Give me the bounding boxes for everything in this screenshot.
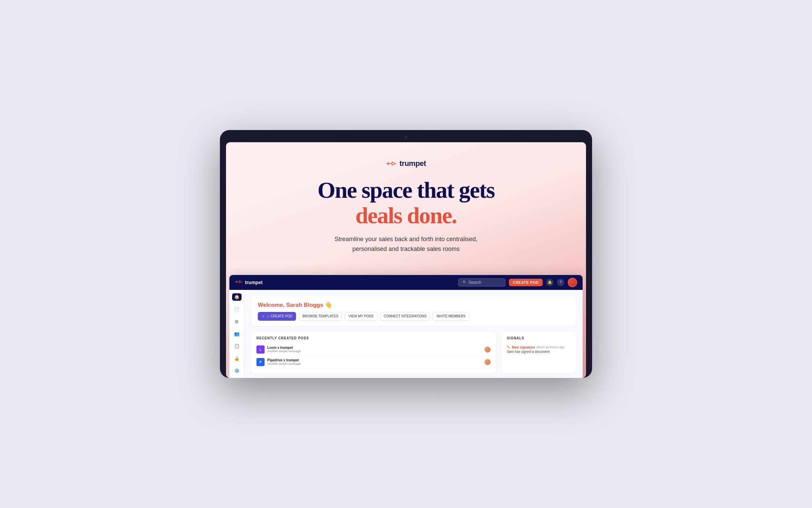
app-body: 🏠 📄 ⊞ 👥 📋 🔒 ⚙️ Welcome, Sarah Bloggs 👋 bbox=[229, 290, 583, 378]
sidebar-item-home[interactable]: 🏠 bbox=[232, 293, 242, 301]
app-sidebar: 🏠 📄 ⊞ 👥 📋 🔒 ⚙️ bbox=[229, 290, 244, 378]
trumpet-logo-icon bbox=[386, 160, 397, 167]
create-pod-action-button[interactable]: ＋ ＋ CREATE POD bbox=[258, 312, 296, 321]
connect-integrations-button[interactable]: CONNECT INTEGRATIONS bbox=[380, 312, 430, 321]
action-buttons: ＋ ＋ CREATE POD BROWSE TEMPLATES VIEW MY … bbox=[258, 312, 569, 321]
app-main-content: Welcome, Sarah Bloggs 👋 ＋ ＋ CREATE POD B… bbox=[244, 290, 583, 378]
search-input[interactable]: Search bbox=[469, 280, 481, 285]
app-mockup: trumpet 🔍 Search CREATE POD 🔔 ? � bbox=[229, 275, 583, 378]
hero-logo-text: trumpet bbox=[400, 159, 426, 168]
laptop-screen: trumpet One space that gets deals done. … bbox=[226, 142, 586, 378]
pod-message: Another simple message bbox=[267, 362, 482, 365]
sidebar-item-settings[interactable]: ⚙️ bbox=[232, 367, 242, 374]
pod-info-loom: Loom x trumpet Another simple message bbox=[267, 346, 482, 353]
hero-title-line1: One space that gets bbox=[240, 177, 572, 203]
hero-title-line2: deals done. bbox=[240, 203, 572, 228]
user-avatar[interactable] bbox=[568, 278, 577, 287]
signals-section: SIGNALS ✏️ New signature about 12 hours … bbox=[501, 332, 576, 373]
signal-description: Sam has signed a document bbox=[507, 350, 570, 354]
view-my-pods-button[interactable]: VIEW MY PODS bbox=[345, 312, 377, 321]
nav-right: 🔍 Search CREATE POD 🔔 ? bbox=[458, 278, 577, 287]
pod-info-pipe: Pipedrive x trumpet Another simple messa… bbox=[267, 358, 482, 365]
pen-icon: ✏️ bbox=[507, 345, 511, 349]
nav-logo: trumpet bbox=[235, 279, 263, 285]
pod-avatar bbox=[484, 359, 491, 365]
welcome-section: Welcome, Sarah Bloggs 👋 ＋ ＋ CREATE POD B… bbox=[251, 296, 576, 326]
pods-section-title: RECENTLY CREATED PODS bbox=[256, 336, 491, 340]
signals-section-title: SIGNALS bbox=[507, 336, 570, 340]
sidebar-item-docs[interactable]: 📄 bbox=[232, 305, 242, 313]
hero-section: trumpet One space that gets deals done. … bbox=[226, 142, 586, 275]
pod-icon-loom: L bbox=[256, 345, 265, 354]
bottom-section: RECENTLY CREATED PODS L Loom x trumpet A… bbox=[251, 332, 576, 373]
sidebar-item-grid[interactable]: ⊞ bbox=[232, 318, 242, 325]
pod-name: Loom x trumpet bbox=[267, 346, 482, 350]
table-row: P Pipedrive x trumpet Another simple mes… bbox=[256, 356, 491, 368]
sidebar-item-team[interactable]: 👥 bbox=[232, 330, 242, 337]
sidebar-item-lock[interactable]: 🔒 bbox=[232, 355, 242, 362]
plus-icon: ＋ bbox=[262, 314, 265, 319]
help-icon[interactable]: ? bbox=[557, 279, 564, 286]
notifications-icon[interactable]: 🔔 bbox=[546, 279, 554, 286]
app-navbar: trumpet 🔍 Search CREATE POD 🔔 ? bbox=[229, 275, 583, 290]
laptop-camera bbox=[405, 136, 407, 139]
pod-name: Pipedrive x trumpet bbox=[267, 358, 482, 362]
table-row: L Loom x trumpet Another simple message bbox=[256, 343, 491, 356]
pod-avatar bbox=[484, 346, 491, 353]
create-pod-button[interactable]: CREATE POD bbox=[509, 279, 543, 286]
nav-logo-text: trumpet bbox=[245, 280, 263, 285]
logo-area: trumpet bbox=[240, 159, 572, 168]
pods-section: RECENTLY CREATED PODS L Loom x trumpet A… bbox=[251, 332, 496, 373]
invite-members-button[interactable]: INVITE MEMBERS bbox=[433, 312, 469, 321]
search-box[interactable]: 🔍 Search bbox=[458, 278, 505, 287]
signal-label: ✏️ New signature about 12 hours ago bbox=[507, 345, 570, 349]
browse-templates-button[interactable]: BROWSE TEMPLATES bbox=[299, 312, 342, 321]
pod-message: Another simple message bbox=[267, 350, 482, 353]
sidebar-item-tasks[interactable]: 📋 bbox=[232, 342, 242, 350]
search-icon: 🔍 bbox=[463, 280, 467, 284]
nav-logo-icon bbox=[235, 279, 243, 285]
signal-time: about 12 hours ago bbox=[536, 345, 564, 349]
laptop-frame: trumpet One space that gets deals done. … bbox=[220, 130, 592, 378]
welcome-title: Welcome, Sarah Bloggs 👋 bbox=[258, 301, 569, 309]
hero-subtitle: Streamline your sales back and forth int… bbox=[308, 234, 504, 254]
pod-icon-pipe: P bbox=[256, 358, 265, 366]
list-item: ✏️ New signature about 12 hours ago Sam … bbox=[507, 343, 570, 356]
